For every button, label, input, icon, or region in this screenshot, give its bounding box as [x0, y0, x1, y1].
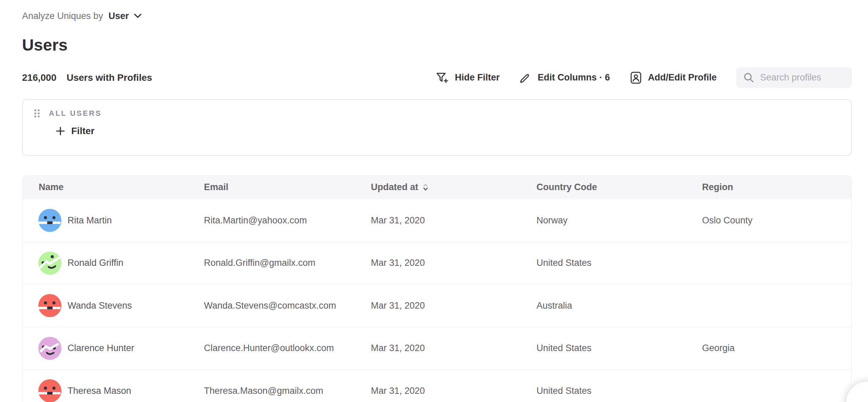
hide-filter-button[interactable]: Hide Filter — [435, 72, 499, 84]
table-row[interactable]: Wanda Stevens Wanda.Stevens@comcastx.com… — [22, 285, 851, 327]
add-filter-button[interactable]: Filter — [56, 126, 851, 136]
user-count: 216,000 — [22, 72, 56, 83]
pencil-icon — [519, 72, 531, 84]
avatar — [38, 379, 61, 402]
user-country-code: United States — [536, 386, 702, 396]
column-header-email[interactable]: Email — [204, 182, 371, 193]
search-icon — [743, 72, 755, 84]
user-count-label: Users with Profiles — [67, 72, 152, 83]
filter-panel: ALL USERS Filter — [22, 99, 852, 156]
user-count-group: 216,000 Users with Profiles — [22, 72, 152, 83]
user-updated-at: Mar 31, 2020 — [371, 300, 536, 311]
user-name: Clarence Hunter — [68, 343, 134, 353]
user-email: Rita.Martin@yahoox.com — [204, 215, 371, 226]
table-row[interactable]: Ronald Griffin Ronald.Griffin@gmailx.com… — [22, 242, 851, 285]
user-email: Clarence.Hunter@outlookx.com — [204, 343, 371, 353]
page-title: Users — [22, 36, 852, 54]
users-page: Analyze Uniques by User Users 216,000 Us… — [0, 0, 868, 402]
user-email: Ronald.Griffin@gmailx.com — [204, 258, 371, 268]
hide-filter-label: Hide Filter — [455, 72, 499, 83]
column-header-name[interactable]: Name — [22, 182, 204, 193]
avatar — [38, 252, 61, 275]
profile-badge-icon — [630, 71, 642, 85]
user-updated-at: Mar 31, 2020 — [371, 386, 536, 396]
add-edit-profile-label: Add/Edit Profile — [648, 72, 717, 83]
analyze-uniques-selector[interactable]: User — [109, 11, 142, 21]
add-filter-label: Filter — [71, 126, 94, 136]
edit-columns-button[interactable]: Edit Columns · 6 — [519, 72, 610, 84]
table-row[interactable]: Theresa Mason Theresa.Mason@gmailx.com M… — [22, 370, 851, 402]
filter-funnel-plus-icon — [435, 72, 449, 84]
filter-group-header: ALL USERS — [33, 109, 851, 118]
search-profiles-input[interactable] — [760, 72, 845, 83]
user-updated-at: Mar 31, 2020 — [371, 258, 536, 268]
user-name: Rita Martin — [68, 215, 112, 226]
search-profiles-box[interactable] — [736, 67, 852, 88]
avatar — [38, 294, 61, 317]
toolbar: 216,000 Users with Profiles Hide Filter — [22, 67, 852, 88]
analyze-uniques-label: Analyze Uniques by — [22, 11, 103, 21]
drag-handle-icon[interactable] — [33, 109, 41, 118]
user-name: Theresa Mason — [68, 386, 131, 396]
filter-group-label: ALL USERS — [49, 109, 102, 118]
users-table: Name Email Updated at Country Code Regio… — [22, 175, 852, 402]
column-header-country-code[interactable]: Country Code — [536, 182, 702, 193]
table-row[interactable]: Clarence Hunter Clarence.Hunter@outlookx… — [22, 327, 851, 370]
analyze-uniques-value: User — [109, 11, 129, 21]
add-edit-profile-button[interactable]: Add/Edit Profile — [630, 71, 717, 85]
user-name: Ronald Griffin — [68, 258, 124, 268]
user-email: Theresa.Mason@gmailx.com — [204, 386, 371, 396]
analyze-uniques-row: Analyze Uniques by User — [22, 10, 852, 22]
user-region: Georgia — [702, 343, 851, 353]
user-country-code: United States — [536, 343, 702, 353]
user-country-code: United States — [536, 258, 702, 268]
user-country-code: Norway — [536, 215, 702, 226]
plus-icon — [56, 126, 65, 136]
user-updated-at: Mar 31, 2020 — [371, 215, 536, 226]
user-updated-at: Mar 31, 2020 — [371, 343, 536, 353]
user-email: Wanda.Stevens@comcastx.com — [204, 300, 371, 311]
table-header-row: Name Email Updated at Country Code Regio… — [22, 175, 851, 199]
edit-columns-label: Edit Columns · 6 — [537, 72, 610, 83]
column-header-region[interactable]: Region — [702, 182, 851, 193]
user-name: Wanda Stevens — [68, 300, 132, 311]
table-row[interactable]: Rita Martin Rita.Martin@yahoox.com Mar 3… — [22, 199, 851, 242]
column-header-updated-at[interactable]: Updated at — [371, 182, 536, 193]
sort-icon[interactable] — [423, 183, 428, 191]
chevron-down-icon — [129, 13, 142, 19]
avatar — [38, 209, 61, 232]
user-country-code: Australia — [536, 300, 702, 311]
user-region: Oslo County — [702, 215, 851, 226]
column-header-updated-at-label: Updated at — [371, 182, 418, 193]
toolbar-actions: Hide Filter Edit Columns · 6 — [435, 67, 852, 88]
avatar — [38, 337, 61, 360]
